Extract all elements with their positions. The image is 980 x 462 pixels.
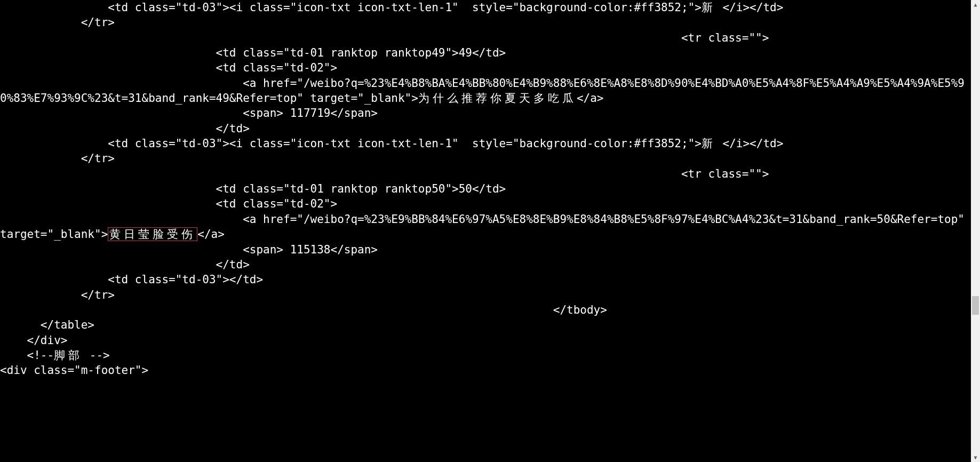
- table-close: </table>: [0, 318, 94, 331]
- row49-tr-open: <tr class="">: [0, 31, 769, 44]
- vertical-scrollbar[interactable]: ▲ ▼: [971, 0, 980, 462]
- row49-td01: <td class="td-01 ranktop ranktop49">49</…: [0, 46, 506, 59]
- row49-span-line: <span> 117719</span>: [0, 107, 378, 120]
- row49-td03-open: <td class="td-03"><i class="icon-txt ico…: [0, 137, 702, 150]
- comment-suffix: -->: [83, 349, 110, 362]
- row49-a-close: </a>: [577, 92, 604, 105]
- row48-badge-text: 新: [702, 1, 716, 14]
- row48-tr-close: </tr>: [0, 16, 115, 29]
- scroll-up-arrow-icon[interactable]: ▲: [971, 0, 980, 9]
- comment-prefix: <!--: [0, 349, 54, 362]
- code-viewport: <td class="td-03"><i class="icon-txt ico…: [0, 0, 971, 462]
- scroll-down-arrow-icon[interactable]: ▼: [971, 453, 980, 462]
- row50-tr-open: <tr class="">: [0, 168, 769, 180]
- row50-td02-close: </td>: [0, 258, 250, 271]
- row49-td02-close: </td>: [0, 122, 250, 135]
- footer-div-open: <div class="m-footer">: [0, 364, 148, 377]
- comment-text: 脚部: [54, 349, 83, 362]
- row50-link-text-highlighted[interactable]: 黄日莹脸受伤: [108, 227, 197, 241]
- row49-td03-close: </i></td>: [716, 137, 783, 150]
- div-close: </div>: [0, 334, 67, 347]
- row50-td03: <td class="td-03"></td>: [0, 273, 263, 286]
- row49-td02-open: <td class="td-02">: [0, 61, 337, 74]
- row50-span-line: <span> 115138</span>: [0, 243, 378, 256]
- row49-badge-text: 新: [702, 137, 716, 150]
- row48-td03-open: <td class="td-03"><i class="icon-txt ico…: [0, 1, 702, 14]
- row50-td02-open: <td class="td-02">: [0, 197, 337, 210]
- row50-td01: <td class="td-01 ranktop ranktop50">50</…: [0, 182, 506, 195]
- html-source-text[interactable]: <td class="td-03"><i class="icon-txt ico…: [0, 0, 971, 378]
- tbody-close: </tbody>: [0, 304, 607, 316]
- row50-a-close: </a>: [197, 228, 225, 241]
- row49-tr-close: </tr>: [0, 152, 115, 165]
- row49-link-text: 为什么推荐你夏天多吃瓜: [418, 92, 577, 105]
- row50-tr-close: </tr>: [0, 289, 115, 301]
- scrollbar-thumb[interactable]: [972, 296, 979, 315]
- row48-td03-close: </i></td>: [716, 1, 783, 14]
